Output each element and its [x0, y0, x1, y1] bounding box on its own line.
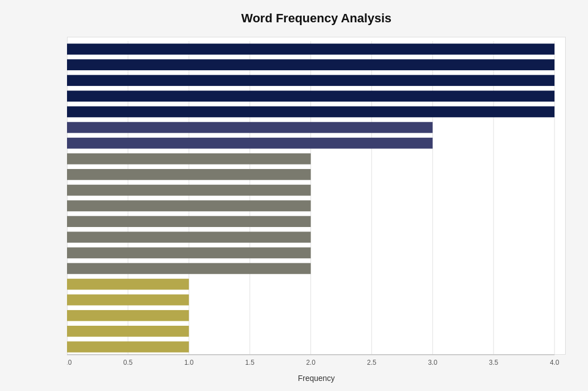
chart-title: Word Frequency Analysis [67, 11, 566, 26]
svg-rect-42 [67, 231, 311, 243]
svg-rect-24 [67, 91, 554, 102]
svg-text:0.5: 0.5 [123, 359, 133, 366]
svg-rect-46 [67, 263, 311, 274]
svg-text:2.5: 2.5 [367, 359, 376, 366]
svg-rect-32 [67, 153, 311, 165]
svg-rect-30 [67, 138, 433, 149]
x-axis-label: Frequency [67, 374, 566, 383]
svg-text:3.0: 3.0 [428, 359, 437, 366]
svg-rect-56 [67, 341, 189, 353]
svg-rect-34 [67, 169, 311, 180]
svg-rect-20 [67, 59, 554, 70]
svg-text:2.0: 2.0 [306, 359, 315, 366]
svg-rect-54 [67, 326, 189, 337]
svg-rect-50 [67, 295, 189, 306]
chart-container: Word Frequency Analysis 0.00.51.01.52.02… [0, 0, 588, 391]
svg-rect-44 [67, 248, 311, 259]
svg-rect-38 [67, 200, 311, 211]
svg-text:3.5: 3.5 [489, 359, 499, 366]
svg-text:0.0: 0.0 [67, 359, 72, 366]
svg-rect-22 [67, 75, 554, 86]
svg-rect-28 [67, 122, 433, 133]
svg-rect-18 [67, 44, 554, 55]
svg-rect-40 [67, 216, 311, 227]
chart-svg: 0.00.51.01.52.02.53.03.54.0ramadantravel… [67, 37, 566, 383]
svg-rect-48 [67, 279, 189, 290]
svg-text:1.0: 1.0 [184, 359, 194, 366]
svg-rect-36 [67, 185, 311, 196]
svg-text:1.5: 1.5 [245, 359, 255, 366]
svg-text:4.0: 4.0 [550, 359, 560, 366]
svg-rect-52 [67, 310, 189, 321]
svg-rect-26 [67, 107, 554, 118]
